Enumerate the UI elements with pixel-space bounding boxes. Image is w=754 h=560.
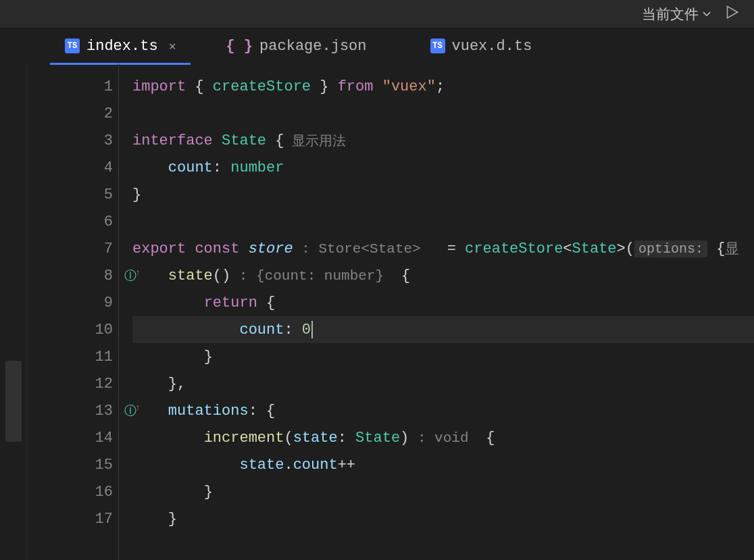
typescript-icon: TS (430, 39, 445, 53)
code-line: }, (132, 370, 754, 397)
tab-bar: TS index.ts ✕ { } package.json TS vuex.d… (0, 28, 754, 63)
top-toolbar: 当前文件 (0, 0, 754, 28)
param-hint: options: (634, 240, 707, 257)
code-line: } (132, 343, 754, 370)
line-number: 6 (86, 213, 113, 230)
code-line-current: count: 0 (132, 316, 754, 343)
tab-package-json[interactable]: { } package.json (211, 28, 381, 63)
type-hint: : {count: number} (230, 268, 392, 284)
chevron-down-icon (701, 6, 712, 22)
code-line: mutations: { (132, 397, 754, 424)
tab-label: package.json (259, 38, 366, 55)
tab-vuex-d-ts[interactable]: TS vuex.d.ts (416, 28, 547, 63)
line-number: 5 (86, 186, 113, 203)
code-line: } (132, 505, 754, 532)
line-number: 10 (86, 322, 113, 338)
line-number: 17 (86, 511, 113, 528)
line-number: 14 (86, 430, 113, 447)
line-number: 3 (86, 132, 113, 149)
scope-selector[interactable]: 当前文件 (642, 5, 712, 24)
type-hint: : Store<State> (293, 241, 430, 257)
tab-label: vuex.d.ts (452, 38, 532, 55)
close-icon[interactable]: ✕ (169, 39, 176, 53)
text-cursor (311, 321, 313, 338)
tab-index-ts[interactable]: TS index.ts ✕ (50, 28, 191, 63)
line-number: 13 (86, 403, 113, 419)
run-icon[interactable] (723, 3, 740, 24)
line-number: 7 (86, 240, 113, 257)
code-line: return { (132, 289, 754, 316)
code-line (132, 100, 754, 127)
code-editor[interactable]: import { createStore } from "vuex"; inte… (118, 63, 754, 560)
line-number: 12 (86, 376, 113, 392)
editor-area: 1 2 3 4 5 6 7 8 Ⓘ↑ 9 10 11 12 13 Ⓘ↑ 14 1… (0, 63, 754, 560)
code-line: state() : {count: number} { (132, 262, 754, 289)
typescript-icon: TS (65, 39, 80, 53)
type-hint: : void (409, 430, 477, 446)
code-line: state.count++ (132, 451, 754, 478)
line-number: 8 (86, 268, 113, 284)
code-line (132, 208, 754, 235)
scope-label: 当前文件 (642, 5, 699, 24)
line-number: 1 (86, 78, 113, 95)
line-number: 16 (86, 484, 113, 501)
line-number-gutter: 1 2 3 4 5 6 7 8 Ⓘ↑ 9 10 11 12 13 Ⓘ↑ 14 1… (27, 63, 118, 560)
code-line: interface State {显示用法 (132, 127, 754, 154)
line-number: 15 (86, 457, 113, 474)
code-line: increment(state: State) : void { (132, 424, 754, 451)
line-number: 4 (86, 159, 113, 176)
line-number: 9 (86, 295, 113, 311)
json-icon: { } (226, 38, 253, 55)
show-usages-link[interactable]: 显示用法 (292, 132, 346, 150)
code-line: export const store : Store<State> = crea… (132, 235, 754, 262)
code-line: import { createStore } from "vuex"; (132, 73, 754, 100)
code-line: } (132, 478, 754, 505)
scroll-handle[interactable] (5, 361, 22, 442)
line-number: 2 (86, 105, 113, 122)
tab-label: index.ts (86, 38, 158, 55)
left-activity-bar (0, 63, 27, 560)
line-number: 11 (86, 349, 113, 365)
code-line: } (132, 181, 754, 208)
code-line: count: number (132, 154, 754, 181)
